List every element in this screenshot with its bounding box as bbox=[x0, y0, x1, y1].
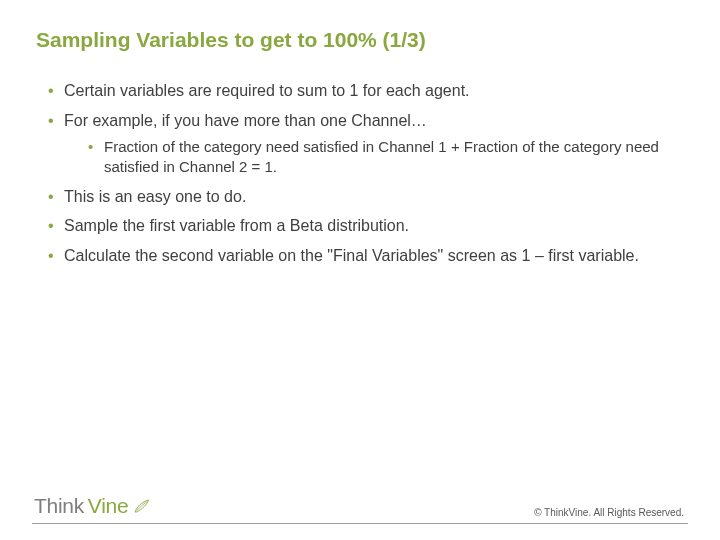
leaf-icon bbox=[132, 497, 150, 515]
list-item: Certain variables are required to sum to… bbox=[48, 80, 684, 102]
copyright-text: © ThinkVine. All Rights Reserved. bbox=[534, 507, 684, 518]
list-item: For example, if you have more than one C… bbox=[48, 110, 684, 178]
list-item: This is an easy one to do. bbox=[48, 186, 684, 208]
footer: ThinkVine © ThinkVine. All Rights Reserv… bbox=[0, 492, 720, 540]
list-item: Sample the first variable from a Beta di… bbox=[48, 215, 684, 237]
slide: Sampling Variables to get to 100% (1/3) … bbox=[0, 0, 720, 540]
list-item-text: Sample the first variable from a Beta di… bbox=[64, 217, 409, 234]
list-item-text: For example, if you have more than one C… bbox=[64, 112, 427, 129]
bullet-list: Certain variables are required to sum to… bbox=[36, 80, 684, 266]
list-item-text: Certain variables are required to sum to… bbox=[64, 82, 470, 99]
list-item: Calculate the second variable on the "Fi… bbox=[48, 245, 684, 267]
footer-divider bbox=[32, 523, 688, 524]
slide-title: Sampling Variables to get to 100% (1/3) bbox=[36, 28, 684, 52]
list-item-text: Fraction of the category need satisfied … bbox=[104, 138, 659, 175]
list-item-text: This is an easy one to do. bbox=[64, 188, 246, 205]
logo-text-think: Think bbox=[34, 494, 84, 518]
logo: ThinkVine bbox=[34, 494, 150, 518]
list-item: Fraction of the category need satisfied … bbox=[88, 137, 684, 178]
sub-list: Fraction of the category need satisfied … bbox=[64, 137, 684, 178]
logo-text-vine: Vine bbox=[88, 494, 128, 518]
list-item-text: Calculate the second variable on the "Fi… bbox=[64, 247, 639, 264]
